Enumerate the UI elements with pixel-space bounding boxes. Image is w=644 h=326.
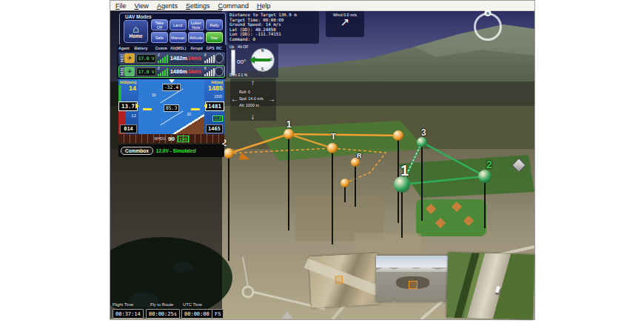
mode-button-land[interactable]: Land: [170, 19, 187, 30]
altitude-value: 1482m: [170, 55, 188, 61]
waypoint-label: 2: [486, 159, 492, 170]
menu-item-agents[interactable]: Agents: [157, 2, 178, 10]
gps-bars: 6: [204, 54, 215, 63]
mode-button-manual[interactable]: Manual: [170, 32, 187, 43]
battery-value: 17.0 V: [136, 67, 156, 76]
agent-col-comm: Comm: [155, 46, 170, 50]
attitude-indicator: 10 20 -32.4 85.3: [138, 79, 204, 134]
waypoint-pin: [421, 142, 423, 221]
bank-value: -32.4: [162, 84, 181, 91]
attitude-value: 85.3: [164, 104, 180, 112]
menu-item-help[interactable]: Help: [257, 2, 271, 10]
gimbal-compass[interactable]: N E S W: [251, 48, 275, 72]
gimbal-heading-arrow: [254, 59, 270, 61]
waypoint-ball: [224, 148, 234, 159]
mode-button-nav[interactable]: Nav: [206, 32, 223, 43]
gps-bars: 6: [204, 67, 215, 76]
agent-col-altmsl: Alt(MSL): [170, 46, 190, 50]
groundspeed-box: 014: [120, 124, 137, 133]
mode-button-loiter-now[interactable]: Loiter Now: [188, 19, 205, 30]
home-icon: ⌂: [133, 24, 138, 33]
menu-item-file[interactable]: File: [115, 2, 127, 10]
agent-row-9631[interactable]: 9631✈17.0 V01486m14m/s6: [118, 65, 225, 78]
menu-bar: FileViewAgentsSettingsCommandHelp: [110, 1, 534, 11]
utc-time-value: 00:00:00: [181, 309, 212, 319]
menu-item-view[interactable]: View: [135, 2, 149, 10]
target-info-panel: Distance to Target 136.9 mTarget Time: 0…: [227, 11, 319, 44]
mode-buttons-grid: Take OffLandLoiter NowRallySafeManualAlt…: [151, 19, 223, 43]
status-bar: Flight Time Fly to Route UTC Time 00:37:…: [111, 302, 237, 319]
waypoint-label: R: [357, 152, 362, 159]
alt-bug: [204, 103, 207, 109]
menu-item-settings[interactable]: Settings: [186, 2, 210, 10]
target-info-line-2: Ground Speed: 14 m/s: [229, 22, 317, 27]
ias-tape: IAS(m/s) 14 12 10 13.7 014: [118, 79, 138, 134]
earth-compass-ring[interactable]: N: [474, 13, 502, 41]
target-info-line-4: Lon (DD): -111.74151: [229, 32, 317, 37]
clr-button[interactable]: CLR: [212, 116, 223, 122]
waypoint-ball: [417, 137, 427, 147]
compass-north-knob[interactable]: N: [485, 10, 492, 16]
heading-strip: WHDG 90 190: [118, 134, 224, 143]
waypoint-label: 3: [421, 127, 426, 138]
agent-id: 9631: [120, 67, 124, 76]
altitude-value: 1486m: [170, 68, 188, 75]
hint-speed: Spd: 14.0 m/s: [239, 96, 264, 101]
camera-inset-3[interactable]: [446, 252, 534, 319]
rc-indicator: [215, 53, 224, 63]
primary-flight-display: IAS(m/s) 14 12 10 13.7 014 10 20 -32.4 8…: [118, 79, 224, 143]
waypoint-label: T: [331, 132, 336, 141]
heading-target: 190: [178, 136, 189, 142]
altitude-tape: Alt(m) 1485 1500 1481 CLR 1400 1465: [204, 79, 224, 134]
agent-rows: 9632✈17.0 V01482m14m/s69631✈17.0 V01486m…: [118, 52, 225, 78]
waypoint-pin: [355, 162, 356, 207]
mode-button-altitude[interactable]: Altitude: [188, 32, 205, 43]
waypoint-ball: [284, 129, 294, 139]
ias-bug: [135, 103, 138, 109]
home-mode-button[interactable]: ⌂ Home: [124, 20, 148, 43]
waypoint-pin: [228, 153, 229, 261]
menu-item-command[interactable]: Command: [218, 2, 249, 10]
agent-table-header: AgentBatteryCommAlt(MSL)AirspdGPSRC: [118, 45, 225, 51]
mode-button-rally[interactable]: Rally: [206, 19, 223, 30]
waypoint-ball: [341, 179, 349, 187]
camera-inset-2[interactable]: [376, 256, 449, 302]
mode-button-safe[interactable]: Safe: [151, 32, 168, 43]
uav-ground-station: FileViewAgentsSettingsCommandHelp: [0, 0, 644, 326]
plane-icon: ✈: [124, 67, 135, 76]
camera-inset-1[interactable]: [309, 253, 380, 308]
commbox-button[interactable]: Commbox: [121, 147, 153, 155]
target-info-line-0: Distance to Target 136.9 m: [229, 13, 317, 18]
agl-box: 1465: [206, 124, 223, 133]
waypoint-pin: [484, 176, 486, 228]
commbox-status: 12.0V - Simulated: [156, 148, 196, 153]
agent-row-9632[interactable]: 9632✈17.0 V01482m14m/s6: [118, 52, 225, 64]
plane-icon: ✈: [124, 53, 135, 63]
waypoint-label: 1: [400, 162, 409, 179]
agent-id: 9632: [120, 54, 124, 62]
wind-arrow-icon: ↗: [326, 17, 364, 27]
airspeed-value: 14m/s: [188, 69, 203, 74]
agent-col-rc: RC: [216, 46, 225, 50]
alt-top-value: 1485: [208, 84, 223, 92]
fs-button[interactable]: FS: [212, 309, 224, 319]
tilt-gauge[interactable]: [231, 50, 235, 75]
commbox-bar: Commbox 12.0V - Simulated: [118, 144, 224, 157]
gimbal-angle: 00°: [237, 59, 246, 65]
mode-button-take-off[interactable]: Take Off: [151, 19, 168, 30]
battery-value: 17.0 V: [136, 54, 156, 63]
agent-col-battery: Battery: [134, 46, 155, 50]
hint-alt: Alt: 1000 m: [239, 103, 259, 107]
target-info-line-3: Lat (DD): 40.24858: [229, 27, 317, 33]
hint-roll: Roll: 0: [239, 90, 250, 94]
map-bottom-marker-icon: [282, 311, 292, 319]
route-time-value: 00:00:25s: [146, 309, 180, 319]
waypoint-label: 1: [286, 119, 292, 130]
agent-col-agent: Agent: [118, 46, 134, 50]
bank-pointer: [169, 79, 175, 83]
agent-col-airspd: Airspd: [190, 46, 206, 50]
ias-top-value: 14: [129, 84, 136, 92]
waypoint-ball: [393, 130, 403, 141]
waypoint-pin: [288, 134, 289, 230]
gimbal-down-note: Dwn 2 1 %: [229, 73, 247, 77]
